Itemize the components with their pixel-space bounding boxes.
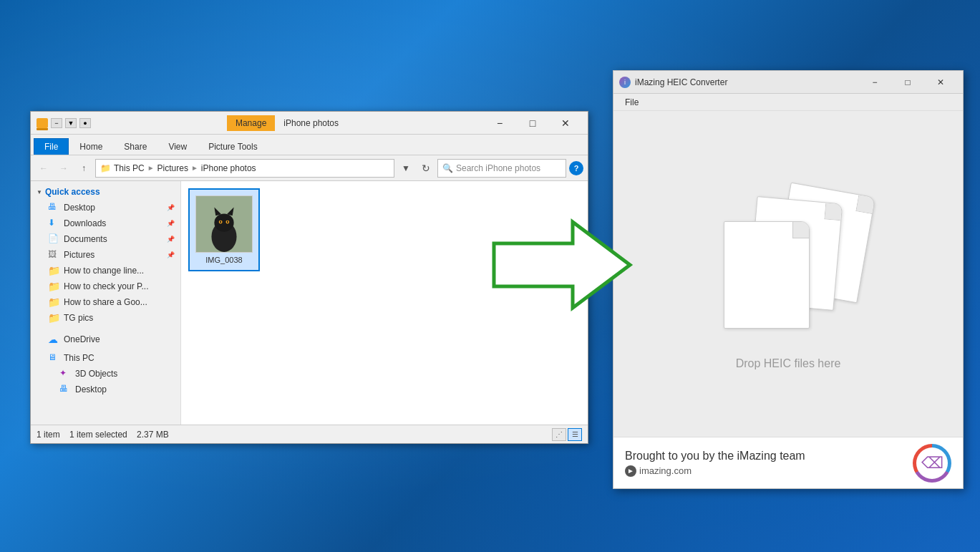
sidebar-item-desktop2-label: Desktop	[75, 384, 107, 394]
onedrive-icon: ☁	[48, 334, 59, 345]
imazing-title: iMazing HEIC Converter	[635, 77, 727, 87]
address-bar: ← → ↑ 📁 This PC ► Pictures ► iPhone phot…	[31, 155, 588, 181]
path-dropdown[interactable]: ▼	[397, 160, 414, 177]
back-button[interactable]: ←	[35, 160, 52, 177]
quick-access-label: Quick access	[45, 187, 100, 197]
documents-icon: 📄	[48, 233, 59, 245]
doc-icon-1	[724, 221, 810, 329]
list-view-button[interactable]: ☰	[568, 428, 582, 441]
footer-title: Brought to you by the iMazing team	[625, 450, 805, 463]
sidebar-item-downloads[interactable]: ⬇ Downloads 📌	[31, 216, 180, 231]
sidebar-item-documents[interactable]: 📄 Documents 📌	[31, 231, 180, 247]
tab-file[interactable]: File	[34, 138, 69, 155]
sidebar-item-howtocheck-label: How to check your P...	[64, 281, 149, 291]
imazing-win-controls: − □ ✕	[858, 71, 957, 94]
explorer-titlebar: − ▼ ● Manage iPhone photos − □ ✕	[31, 112, 588, 135]
file-thumbnail	[195, 195, 253, 253]
svg-point-7	[220, 221, 221, 223]
item-count: 1 item	[37, 430, 60, 440]
imazing-title-left: i iMazing HEIC Converter	[619, 77, 727, 88]
sidebar-item-howtochange-label: How to change line...	[64, 266, 144, 276]
sidebar-item-desktop2[interactable]: 🖶 Desktop	[31, 382, 180, 397]
sidebar-item-pictures[interactable]: 🖼 Pictures 📌	[31, 247, 180, 263]
path-thispc: This PC	[114, 163, 145, 173]
svg-point-2	[214, 213, 233, 231]
tab-share[interactable]: Share	[113, 138, 157, 155]
tab-picture-tools[interactable]: Picture Tools	[198, 138, 268, 155]
help-button[interactable]: ?	[569, 161, 583, 175]
imazing-window: i iMazing HEIC Converter − □ ✕ File Drop…	[613, 70, 964, 489]
sidebar-item-howtoshare-label: How to share a Goo...	[64, 297, 147, 307]
search-box[interactable]: 🔍 Search iPhone photos	[437, 159, 566, 178]
folder-icon	[37, 118, 48, 128]
quick-access-header[interactable]: Quick access	[31, 184, 180, 200]
explorer-title: iPhone photos	[275, 118, 347, 128]
imazing-minimize[interactable]: −	[858, 71, 891, 94]
imazing-close[interactable]: ✕	[924, 71, 957, 94]
3dobjects-icon: ✦	[59, 368, 71, 379]
ribbon: File Home Share View Picture Tools	[31, 135, 588, 155]
folder-icon-3: 📁	[48, 296, 59, 308]
window-controls: − □ ✕	[483, 112, 582, 135]
pin-icon-downloads: 📌	[167, 220, 175, 227]
path-folder-icon: 📁	[100, 163, 111, 173]
sidebar-item-downloads-label: Downloads	[64, 218, 106, 228]
svg-point-8	[227, 221, 228, 223]
close-button[interactable]: ✕	[549, 112, 582, 135]
sidebar-item-howtochange[interactable]: 📁 How to change line...	[31, 263, 180, 279]
separator1: ►	[147, 164, 155, 172]
sidebar: Quick access 🖶 Desktop 📌 ⬇ Downloads 📌 📄…	[31, 181, 181, 425]
imazing-badge: ⌫	[913, 444, 951, 483]
sidebar-item-tgpics[interactable]: 📁 TG pics	[31, 310, 180, 326]
menu-file[interactable]: File	[619, 95, 644, 110]
search-icon: 🔍	[442, 163, 453, 173]
thispc-icon: 🖥	[48, 352, 59, 364]
status-info: 1 item 1 item selected 2.37 MB	[37, 430, 169, 440]
grid-view-button[interactable]: ⋰	[552, 428, 566, 441]
refresh-button[interactable]: ↻	[417, 160, 435, 177]
cat-thumbnail	[196, 195, 252, 253]
forward-button[interactable]: →	[55, 160, 72, 177]
pin-icon-pictures: 📌	[167, 251, 175, 258]
address-path[interactable]: 📁 This PC ► Pictures ► iPhone photos	[95, 159, 394, 178]
sidebar-item-thispc[interactable]: 🖥 This PC	[31, 350, 180, 366]
path-iphone-photos: iPhone photos	[201, 163, 256, 173]
sidebar-item-tgpics-label: TG pics	[64, 313, 93, 323]
file-content-area[interactable]: IMG_0038	[181, 181, 588, 425]
imazing-titlebar: i iMazing HEIC Converter − □ ✕	[613, 71, 963, 94]
tab-view[interactable]: View	[157, 138, 198, 155]
file-item-img0038[interactable]: IMG_0038	[188, 188, 260, 271]
status-bar: 1 item 1 item selected 2.37 MB ⋰ ☰	[31, 425, 588, 443]
minimize-button[interactable]: −	[483, 112, 516, 135]
link-icon: ►	[625, 465, 636, 477]
titlebar-left: − ▼ ●	[37, 118, 91, 128]
sidebar-item-desktop[interactable]: 🖶 Desktop 📌	[31, 200, 180, 216]
titlebar-small-btn1[interactable]: −	[51, 118, 62, 128]
sidebar-item-howtocheck[interactable]: 📁 How to check your P...	[31, 279, 180, 294]
desktop-icon: 🖶	[48, 202, 59, 213]
tab-home[interactable]: Home	[69, 138, 113, 155]
desktop-icon-2: 🖶	[59, 384, 71, 395]
sidebar-item-onedrive[interactable]: ☁ OneDrive	[31, 331, 180, 347]
pin-icon-desktop: 📌	[167, 204, 175, 211]
sidebar-item-3dobjects[interactable]: ✦ 3D Objects	[31, 366, 180, 382]
footer-link[interactable]: ► imazing.com	[625, 465, 805, 477]
folder-icon-2: 📁	[48, 281, 59, 292]
pictures-icon: 🖼	[48, 249, 59, 261]
explorer-main: Quick access 🖶 Desktop 📌 ⬇ Downloads 📌 📄…	[31, 181, 588, 425]
titlebar-small-btn2[interactable]: ▼	[65, 118, 77, 128]
path-pictures: Pictures	[157, 163, 188, 173]
titlebar-small-btn3[interactable]: ●	[79, 118, 91, 128]
manage-tab[interactable]: Manage	[227, 115, 275, 131]
up-button[interactable]: ↑	[75, 160, 92, 177]
maximize-button[interactable]: □	[516, 112, 549, 135]
folder-icon-1: 📁	[48, 265, 59, 276]
downloads-icon: ⬇	[48, 218, 59, 229]
search-placeholder: Search iPhone photos	[456, 163, 540, 173]
sidebar-item-documents-label: Documents	[64, 234, 107, 244]
drop-zone[interactable]: Drop HEIC files here	[613, 111, 963, 437]
imazing-maximize[interactable]: □	[891, 71, 924, 94]
sidebar-item-howtoshare[interactable]: 📁 How to share a Goo...	[31, 294, 180, 310]
usb-icon: ⌫	[921, 454, 943, 473]
sidebar-item-onedrive-label: OneDrive	[64, 334, 100, 344]
